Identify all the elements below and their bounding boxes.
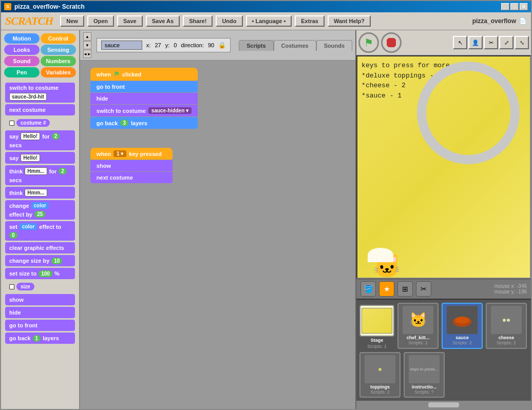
stamp-tool[interactable]: 👤 (468, 36, 483, 49)
minimize-button[interactable]: _ (501, 3, 509, 10)
set-effect-block[interactable]: set color effect to 0 (5, 221, 75, 241)
paint-bucket-button[interactable]: 🪣 (360, 281, 376, 297)
stop-button[interactable] (381, 32, 402, 53)
say-val2[interactable]: Hello! (21, 154, 40, 162)
duplicate-button[interactable]: ⊞ (397, 281, 413, 297)
next-costume-block[interactable]: next costume (5, 104, 75, 115)
close-button[interactable]: ✕ (520, 3, 528, 10)
language-button[interactable]: • Language • (246, 15, 292, 27)
say-num[interactable]: 2 (52, 133, 60, 140)
go-to-front-canvas[interactable]: go to front (90, 81, 198, 92)
cat-pen-button[interactable]: Pen (4, 67, 40, 77)
scripts-tab[interactable]: Scripts (239, 40, 273, 51)
sprite-thumb-chef[interactable]: 🐱 chef_kitt... Scripts: 1 (397, 303, 439, 349)
horizontal-scrollbar[interactable] (428, 402, 459, 407)
sprite-thumb-sauce[interactable]: sauce Scripts: 2 (442, 303, 483, 349)
cat-variables-button[interactable]: Variables (41, 67, 76, 77)
shrink-tool[interactable]: ⤡ (515, 36, 529, 49)
think-val2[interactable]: Hmm... (25, 189, 47, 197)
set-size-num[interactable]: 100 (39, 270, 52, 277)
sounds-tab[interactable]: Sounds (316, 40, 352, 51)
think-hmm-secs-block[interactable]: think Hmm... for 2 secs (5, 165, 75, 185)
effect-num[interactable]: 25 (34, 211, 45, 218)
when-flag-clicked-block[interactable]: when ⚑ clicked (90, 68, 198, 81)
cat-sound-button[interactable]: Sound (4, 56, 40, 66)
blocks-list: switch to costume sauce-3rd-hit next cos… (1, 81, 79, 409)
maximize-button[interactable]: □ (510, 3, 519, 10)
set-effect-type[interactable]: color (20, 223, 37, 230)
sprite-thumb-cheese[interactable]: cheese Scripts: 2 (486, 303, 527, 349)
user-page-icon: 📄 (519, 17, 527, 25)
help-button[interactable]: Want Help? (328, 15, 371, 27)
scroll-x-button[interactable]: ◄► (83, 50, 91, 58)
set-size-block[interactable]: set size to 100 % (5, 268, 75, 279)
cursor-tool[interactable]: ↖ (453, 36, 467, 49)
window-controls[interactable]: _ □ ✕ (501, 3, 528, 10)
cat-sensing-button[interactable]: Sensing (41, 45, 76, 55)
costume-num-block[interactable]: costume # (5, 117, 75, 129)
instructions-scripts: Scripts: ? (414, 389, 434, 395)
go-back-num-canvas[interactable]: 3 (120, 120, 128, 126)
switch-costume-canvas[interactable]: switch to costume sauce-hidden ▾ (90, 105, 198, 116)
say-hello-block[interactable]: say Hello! (5, 152, 75, 164)
scissors-tool[interactable]: ✂ (484, 36, 498, 49)
size-num[interactable]: 10 (51, 258, 62, 264)
sprite-thumb-instructions[interactable]: keys to press... instructio... Scripts: … (404, 352, 445, 398)
delete-button[interactable]: ✂ (416, 281, 431, 297)
cat-control-button[interactable]: Control (41, 33, 76, 44)
sprite-thumb-toppings[interactable]: toppings Scripts: 2 (359, 352, 401, 398)
size-checkbox[interactable] (9, 284, 14, 289)
switch-costume-block[interactable]: switch to costume sauce-3rd-hit (5, 83, 75, 103)
say-val-input[interactable]: Hello! (21, 132, 40, 140)
share-button[interactable]: Share! (183, 15, 213, 27)
cat-motion-button[interactable]: Motion (4, 33, 40, 44)
scroll-up-button[interactable]: ▲ (83, 32, 91, 41)
main-content: Motion Control Looks Sensing Sound Numbe… (1, 30, 531, 409)
costume-input[interactable]: sauce-3rd-hit (9, 93, 47, 101)
clear-effects-block[interactable]: clear graphic effects (5, 242, 75, 253)
sprite-name-input[interactable] (101, 41, 142, 50)
cat-numbers-button[interactable]: Numbers (41, 56, 76, 66)
effect-type[interactable]: color (31, 202, 49, 209)
script-canvas[interactable]: when ⚑ clicked go to front hide switch t… (80, 61, 355, 409)
chef-scripts: Scripts: 1 (408, 340, 428, 345)
when-key-pressed-block[interactable]: when 1 ▾ key pressed (90, 148, 173, 160)
costumes-tab[interactable]: Costumes (274, 40, 316, 51)
size-var-block[interactable]: size (5, 281, 75, 292)
undo-button[interactable]: Undo (216, 15, 242, 27)
think-num[interactable]: 2 (59, 168, 67, 174)
checkbox[interactable] (9, 121, 14, 126)
go-back-block[interactable]: go back 1 layers (5, 333, 75, 344)
cat-looks-button[interactable]: Looks (4, 45, 40, 55)
app-icon: S (4, 3, 11, 10)
new-button[interactable]: New (60, 15, 84, 27)
script-group-2: when 1 ▾ key pressed show next costume (90, 148, 173, 183)
think-hmm-block[interactable]: think Hmm... (5, 187, 75, 199)
think-val[interactable]: Hmm... (25, 167, 47, 175)
change-size-block[interactable]: change size by 10 (5, 255, 75, 266)
hide-block[interactable]: hide (5, 307, 75, 318)
stage-thumb[interactable] (359, 305, 394, 337)
expand-tool[interactable]: ⤢ (499, 36, 514, 49)
green-flag-button[interactable]: ⚑ (358, 32, 379, 53)
open-button[interactable]: Open (87, 15, 114, 27)
username: pizza_overflow (472, 17, 516, 25)
save-as-button[interactable]: Save As (146, 15, 180, 27)
go-back-num[interactable]: 1 (33, 335, 41, 342)
show-block[interactable]: show (5, 294, 75, 305)
star-button[interactable]: ★ (379, 281, 394, 297)
scroll-down-button[interactable]: ▼ (83, 41, 91, 49)
extras-button[interactable]: Extras (295, 15, 325, 27)
hide-canvas[interactable]: hide (90, 93, 198, 104)
next-costume-canvas[interactable]: next costume (90, 172, 173, 183)
show-canvas[interactable]: show (90, 160, 173, 171)
say-hello-secs-block[interactable]: say Hello! for 2 secs (5, 130, 75, 150)
stage-scripts-label: Scripts: 1 (367, 344, 387, 349)
change-effect-block[interactable]: change color effect by 25 (5, 200, 75, 220)
save-button[interactable]: Save (117, 15, 143, 27)
key-dropdown[interactable]: 1 ▾ (113, 150, 126, 157)
go-back-canvas[interactable]: go back 3 layers (90, 117, 198, 129)
costume-dropdown[interactable]: sauce-hidden ▾ (148, 107, 192, 114)
set-effect-num[interactable]: 0 (9, 232, 17, 239)
go-to-front-block[interactable]: go to front (5, 320, 75, 331)
